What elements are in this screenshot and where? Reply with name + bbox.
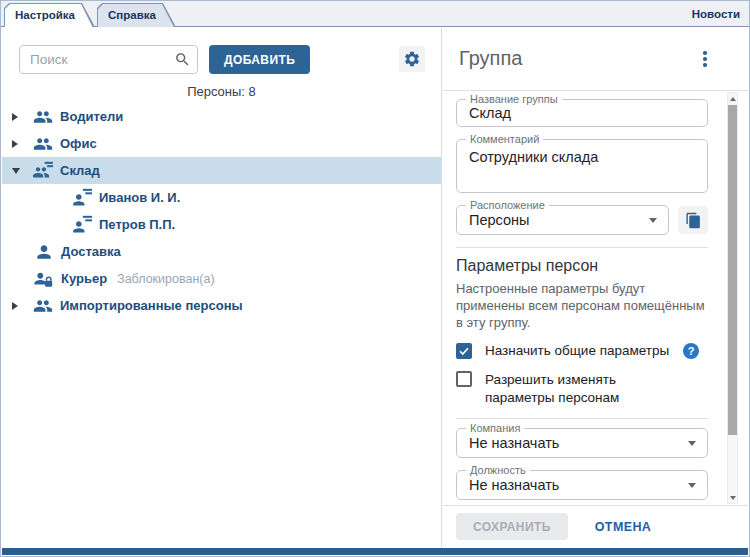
comment-label: Комментарий xyxy=(466,133,543,146)
collapse-arrow-icon[interactable] xyxy=(12,166,20,176)
section-divider xyxy=(456,247,708,248)
person-params-section-title: Параметры персон xyxy=(456,257,708,275)
persons-count: Персоны: 8 xyxy=(2,84,441,99)
group-name-field[interactable]: Название группы Склад xyxy=(456,99,708,127)
group-detail-panel: Группа Название группы Склад Комментарий… xyxy=(443,28,748,547)
app-window: Настройка Справка Новости ДОБАВИТЬ Персо… xyxy=(0,0,750,557)
tree-item-label: Иванов И. И. xyxy=(99,190,180,205)
tab-strip: Настройка Справка xyxy=(4,3,178,27)
blocked-status-label: Заблокирован(а) xyxy=(117,272,214,286)
chevron-down-icon xyxy=(688,441,696,446)
group-icon xyxy=(33,134,53,154)
search-input[interactable] xyxy=(19,45,198,74)
group-panel-header: Группа xyxy=(443,28,748,91)
bottom-accent-bar xyxy=(2,548,748,555)
person-params-icon xyxy=(72,215,92,235)
scroll-down-arrow[interactable] xyxy=(728,492,737,503)
tree-item-imported[interactable]: Импортированные персоны xyxy=(2,292,441,319)
location-row: Расположение Персоны xyxy=(456,205,708,235)
tree-item-label: Склад xyxy=(60,163,100,178)
params-divider xyxy=(456,418,708,419)
search-icon xyxy=(174,51,191,68)
persons-tree: Водители Офис Склад Иванов И. И. Петров … xyxy=(2,103,441,319)
tree-item-label: Офис xyxy=(60,136,97,151)
tree-item-ofis[interactable]: Офис xyxy=(2,130,441,157)
check-icon xyxy=(458,345,470,357)
group-icon xyxy=(33,107,53,127)
save-button[interactable]: СОХРАНИТЬ xyxy=(456,513,568,540)
position-select[interactable]: Должность Не назначать xyxy=(456,470,708,500)
position-label: Должность xyxy=(466,464,530,477)
person-lock-icon xyxy=(34,269,54,289)
group-name-label: Название группы xyxy=(466,93,562,106)
form-footer: СОХРАНИТЬ ОТМЕНА xyxy=(443,505,748,547)
tree-item-label: Курьер xyxy=(61,271,107,286)
comment-field[interactable]: Комментарий Сотрудники склада xyxy=(456,139,708,193)
settings-gear-button[interactable] xyxy=(399,46,425,72)
tab-settings[interactable]: Настройка xyxy=(4,3,95,27)
person-icon xyxy=(34,242,54,262)
allow-edit-params-checkbox[interactable] xyxy=(456,371,472,387)
tree-item-kurier[interactable]: Курьер Заблокирован(а) xyxy=(2,265,441,292)
person-params-icon xyxy=(72,188,92,208)
expand-arrow-icon[interactable] xyxy=(12,139,20,149)
scrollbar-thumb[interactable] xyxy=(728,105,737,435)
tree-item-label: Петров П.П. xyxy=(99,217,175,232)
group-form: Название группы Склад Комментарий Сотруд… xyxy=(456,91,708,505)
copy-group-button[interactable] xyxy=(678,206,708,234)
checkbox-label[interactable]: Разрешить изменять параметры персонам xyxy=(485,371,670,406)
tab-help-label: Справка xyxy=(108,9,156,21)
group-params-icon xyxy=(33,161,53,181)
allow-edit-params-row: Разрешить изменять параметры персонам ? xyxy=(456,371,708,406)
assign-common-params-checkbox[interactable] xyxy=(456,343,472,359)
help-icon[interactable]: ? xyxy=(683,343,699,359)
form-scrollbar[interactable] xyxy=(727,92,738,504)
tree-item-petrov[interactable]: Петров П.П. xyxy=(2,211,441,238)
tab-help[interactable]: Справка xyxy=(97,3,176,27)
tree-item-sklad[interactable]: Склад xyxy=(2,157,441,184)
persons-tree-panel: ДОБАВИТЬ Персоны: 8 Водители Офис Склад xyxy=(2,28,442,547)
tree-item-label: Водители xyxy=(60,109,123,124)
checkbox-label[interactable]: Назначить общие параметры xyxy=(485,342,669,360)
tab-settings-label: Настройка xyxy=(15,9,75,21)
copy-icon xyxy=(685,212,702,229)
expand-arrow-icon[interactable] xyxy=(12,112,20,122)
cancel-button[interactable]: ОТМЕНА xyxy=(595,520,652,534)
tree-item-ivanov[interactable]: Иванов И. И. xyxy=(2,184,441,211)
top-tab-bar: Настройка Справка Новости xyxy=(1,1,749,27)
company-select[interactable]: Компания Не назначать xyxy=(456,428,708,458)
tree-item-voditeli[interactable]: Водители xyxy=(2,103,441,130)
assign-common-params-row: Назначить общие параметры ? xyxy=(456,342,708,360)
panel-title: Группа xyxy=(459,47,522,70)
news-link[interactable]: Новости xyxy=(692,1,740,26)
gear-icon xyxy=(403,50,421,68)
location-select[interactable]: Расположение Персоны xyxy=(456,205,669,235)
chevron-down-icon xyxy=(688,483,696,488)
company-label: Компания xyxy=(466,422,524,435)
expand-arrow-icon[interactable] xyxy=(12,301,20,311)
add-button[interactable]: ДОБАВИТЬ xyxy=(209,45,310,74)
location-label: Расположение xyxy=(466,199,549,212)
group-icon xyxy=(33,296,53,316)
scroll-up-arrow[interactable] xyxy=(728,93,737,104)
search-field-wrap xyxy=(19,45,198,74)
tree-item-label: Доставка xyxy=(61,244,121,259)
person-params-description: Настроенные параметры будут применены вс… xyxy=(456,280,708,331)
tree-item-dostavka[interactable]: Доставка xyxy=(2,238,441,265)
chevron-down-icon xyxy=(649,218,657,223)
more-menu-button[interactable] xyxy=(696,48,714,70)
tree-item-label: Импортированные персоны xyxy=(60,298,243,313)
comment-value[interactable]: Сотрудники склада xyxy=(457,140,707,192)
